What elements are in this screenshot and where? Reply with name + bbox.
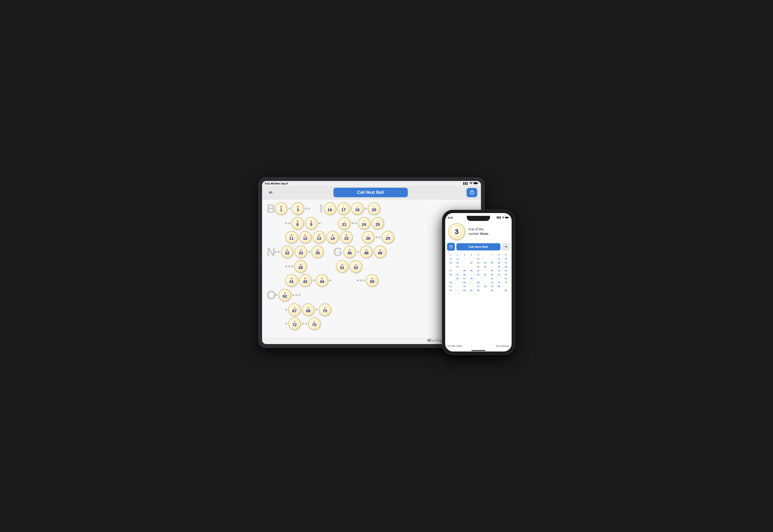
ball-i24: I24 [358, 217, 370, 230]
grid-cell: 90 [503, 289, 509, 292]
bingo-cell [379, 236, 381, 238]
empty-dot [319, 222, 321, 224]
grid-cell: 47 [454, 273, 461, 276]
wifi-icon [502, 217, 504, 218]
iphone-screen: 9:41 ▌▌▌ [445, 213, 512, 351]
grid-cell: ● [489, 265, 495, 268]
empty-dot [285, 323, 287, 325]
letter-i: I [319, 202, 322, 216]
ball-n39: N39 [294, 260, 307, 273]
grid-cell: 18 [503, 257, 509, 260]
iphone-call-word: three. [480, 232, 489, 236]
grid-cell: 53 [496, 273, 502, 276]
grid-cell: 63 [503, 277, 509, 280]
empty-dot [285, 266, 287, 267]
iphone-call-next-ball-button[interactable]: Call Next Ball [456, 243, 500, 250]
grid-cell: ● [454, 289, 461, 292]
grid-cell: ● [454, 285, 461, 288]
bingo-cell [276, 294, 277, 296]
empty-dot [275, 251, 277, 253]
iphone-grid-table: 12345●7891011●●14●●17181920●222324252627… [447, 253, 510, 292]
bingo-cell [302, 323, 304, 325]
grid-cell: 10 [447, 257, 454, 260]
bingo-cell [298, 294, 300, 296]
bingo-cell: B1 [275, 202, 287, 215]
grid-cell: 73 [447, 285, 454, 288]
empty-dot [305, 323, 307, 325]
wifi-icon [469, 182, 473, 185]
bingo-cell: I16 [324, 202, 336, 215]
ipad-status-icons: ▌▌▌ [463, 182, 478, 185]
grid-cell: 40 [468, 269, 475, 272]
bingo-cell: I24 [358, 217, 370, 230]
bingo-cell: O67 [288, 303, 301, 316]
letter-n: N [267, 245, 275, 259]
bingo-cell [285, 222, 287, 224]
empty-dot [295, 294, 297, 296]
empty-dot [365, 208, 367, 210]
ball-g49: G49 [374, 246, 386, 258]
grid-cell: 11 [454, 257, 461, 260]
grid-cell: 80 [496, 285, 502, 288]
grid-cell: 9 [503, 253, 509, 256]
grid-cell: 56 [454, 277, 461, 280]
grid-cell: 36 [503, 265, 509, 268]
bingo-cell [316, 309, 318, 311]
iphone-settings-button[interactable] [502, 243, 510, 251]
iphone-footer: 64 balls called 26 remaining [445, 344, 512, 349]
ball-b15: B15 [340, 231, 353, 243]
bingo-cell [357, 251, 359, 253]
bingo-cell [352, 222, 354, 224]
ball-b14: B14 [326, 231, 339, 243]
timer-button[interactable] [467, 188, 477, 197]
ball-b1: B1 [275, 202, 287, 215]
empty-dot [363, 279, 365, 281]
signal-icon: ▌▌▌ [497, 216, 501, 219]
grid-cell: 46 [447, 273, 454, 276]
svg-rect-8 [505, 217, 508, 218]
grid-cell: 66 [461, 281, 468, 284]
iphone-timer-button[interactable] [447, 243, 455, 251]
grid-cell: ● [468, 257, 475, 260]
grid-cell: ● [461, 261, 468, 264]
empty-dot [379, 236, 381, 238]
grid-cell: 8 [496, 253, 502, 256]
bingo-cell [305, 208, 307, 210]
grid-cell: ● [454, 281, 461, 284]
ball-o62: O62 [279, 289, 291, 301]
grid-cell: ● [482, 289, 488, 292]
grid-cell: 82 [447, 289, 454, 292]
ball-n41: N41 [285, 274, 298, 287]
ball-g59: G59 [366, 274, 378, 287]
grid-cell: ● [503, 285, 509, 288]
empty-dot [305, 208, 307, 210]
bingo-cell: I20 [368, 202, 380, 215]
bingo-cell: B15 [340, 231, 353, 243]
empty-dot [292, 294, 294, 296]
svg-rect-7 [508, 217, 509, 218]
grid-cell: 70 [489, 281, 495, 284]
ball-n35: N35 [311, 246, 324, 258]
bingo-cell [319, 222, 321, 224]
iphone-toolbar: Call Next Ball [445, 242, 512, 252]
svg-point-0 [471, 184, 471, 184]
ball-i29: I29 [382, 231, 394, 243]
bingo-cell: N35 [311, 246, 324, 258]
grid-cell: 64 [447, 281, 454, 284]
call-next-ball-button[interactable]: Call Next Ball [333, 188, 408, 197]
ball-i21: I21 [338, 217, 351, 230]
settings-button[interactable] [266, 188, 275, 197]
bingo-cell: B9 [305, 217, 318, 230]
bingo-cell: B14 [326, 231, 339, 243]
iphone-hero-ball-number: 3 [455, 228, 459, 236]
grid-cell: ● [461, 257, 468, 260]
bingo-cell [376, 236, 378, 238]
empty-dot [355, 222, 357, 224]
grid-cell: 26 [496, 261, 502, 264]
empty-dot [276, 294, 277, 296]
bingo-cell [308, 208, 310, 210]
iphone-balls-called: 64 balls called [447, 345, 462, 347]
bingo-cell: I21 [338, 217, 351, 230]
iphone-device: 9:41 ▌▌▌ [442, 210, 514, 354]
bingo-cell [289, 208, 290, 210]
